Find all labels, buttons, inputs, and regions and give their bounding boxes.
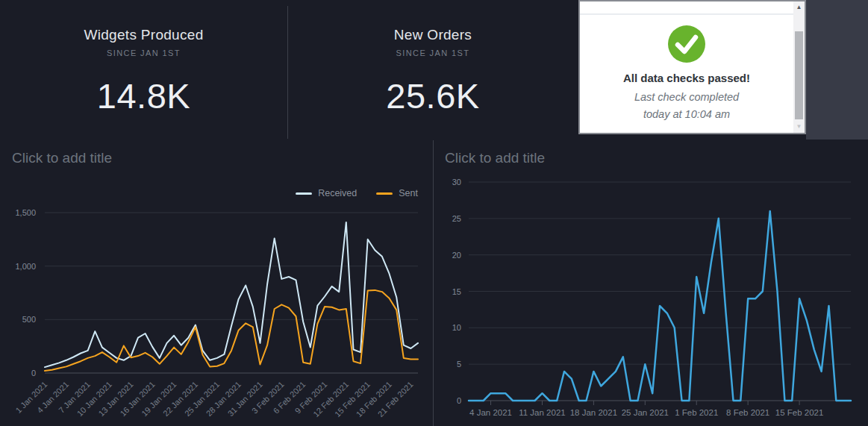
legend-item-received[interactable]: Received	[296, 188, 357, 198]
chart-title-placeholder[interactable]: Click to add title	[445, 150, 545, 166]
svg-text:15: 15	[452, 287, 461, 296]
legend-label: Sent	[399, 188, 418, 198]
widget-subtitle: SINCE JAN 1ST	[107, 48, 181, 57]
popup-header-bar	[580, 1, 793, 15]
svg-text:15 Feb 2021: 15 Feb 2021	[775, 408, 824, 417]
widget-subtitle: SINCE JAN 1ST	[396, 48, 470, 57]
svg-text:11 Jan 2021: 11 Jan 2021	[519, 408, 565, 417]
svg-text:500: 500	[22, 315, 36, 324]
received-line-swatch-icon	[296, 192, 312, 195]
svg-text:18 Jan 2021: 18 Jan 2021	[570, 408, 617, 417]
scrollbar-thumb[interactable]	[795, 31, 803, 119]
scroll-down-icon[interactable]: ▼	[793, 121, 805, 133]
legend-item-sent[interactable]: Sent	[376, 188, 418, 198]
data-checks-popup: All data checks passed! Last check compl…	[578, 0, 806, 134]
svg-text:5: 5	[457, 360, 461, 369]
svg-text:4 Jan 2021: 4 Jan 2021	[469, 408, 512, 417]
status-subtitle: Last check completed today at 10:04 am	[634, 89, 739, 123]
status-title: All data checks passed!	[623, 72, 750, 84]
widget-orders-chart: Click to add title 0510152025304 Jan 202…	[433, 138, 868, 426]
svg-text:10: 10	[452, 323, 461, 332]
widget-widgets-produced[interactable]: Widgets Produced SINCE JAN 1ST 14.8K	[0, 0, 287, 139]
widget-title: Widgets Produced	[84, 27, 203, 43]
svg-text:1,500: 1,500	[15, 208, 36, 217]
chart-title-placeholder[interactable]: Click to add title	[12, 150, 112, 166]
received-sent-line-chart[interactable]: 05001,0001,5001 Jan 20214 Jan 20217 Jan …	[0, 138, 433, 426]
orders-line-chart[interactable]: 0510152025304 Jan 202111 Jan 202118 Jan …	[433, 138, 868, 426]
legend-label: Received	[318, 188, 357, 198]
kpi-divider	[287, 6, 288, 139]
svg-text:0: 0	[457, 396, 461, 405]
check-icon	[668, 25, 705, 63]
widget-received-sent-chart: Click to add title Received Sent 05001,0…	[0, 138, 433, 426]
svg-text:8 Feb 2021: 8 Feb 2021	[726, 408, 769, 417]
sent-line-swatch-icon	[376, 192, 393, 195]
scrollbar[interactable]: ▲ ▼	[793, 1, 805, 133]
svg-text:30: 30	[452, 178, 461, 187]
svg-text:1 Feb 2021: 1 Feb 2021	[675, 408, 718, 417]
popup-body: All data checks passed! Last check compl…	[580, 16, 793, 133]
svg-text:25: 25	[452, 214, 461, 223]
svg-text:1,000: 1,000	[15, 262, 36, 271]
widget-title: New Orders	[394, 27, 472, 43]
svg-text:25 Jan 2021: 25 Jan 2021	[622, 408, 669, 417]
widget-new-orders[interactable]: New Orders SINCE JAN 1ST 25.6K	[287, 0, 578, 139]
svg-text:0: 0	[31, 369, 36, 378]
status-line1: Last check completed	[634, 91, 739, 103]
chart-legend: Received Sent	[0, 188, 418, 198]
side-panel-background	[806, 0, 868, 140]
svg-text:20: 20	[452, 251, 461, 260]
dashboard: Widgets Produced SINCE JAN 1ST 14.8K New…	[0, 0, 868, 426]
status-line2: today at 10:04 am	[643, 108, 730, 120]
scroll-up-icon[interactable]: ▲	[793, 1, 805, 13]
kpi-value: 25.6K	[386, 75, 479, 116]
kpi-value: 14.8K	[97, 75, 190, 116]
